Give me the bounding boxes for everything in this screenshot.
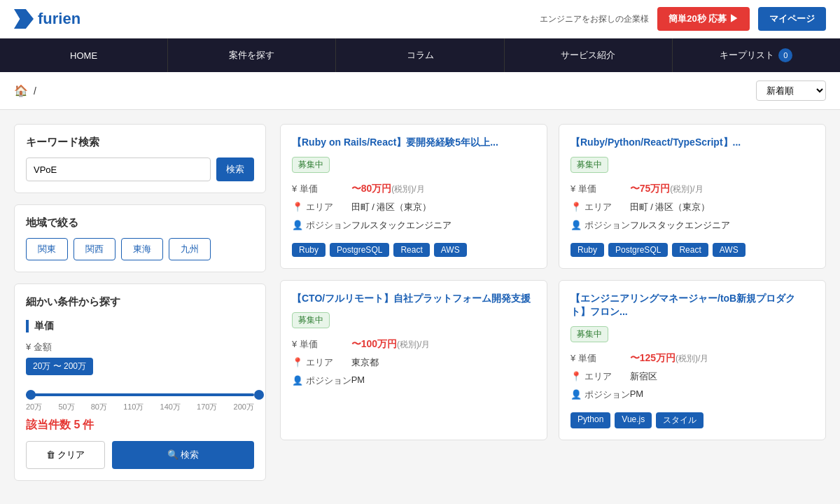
header-right: エンジニアをお探しの企業様 簡単20秒 応募 ▶ マイページ bbox=[540, 7, 826, 31]
nav-keeplist[interactable]: キープリスト 0 bbox=[673, 38, 840, 72]
status-badge: 募集中 bbox=[570, 326, 608, 342]
status-badge: 募集中 bbox=[570, 157, 608, 173]
nav-service[interactable]: サービス紹介 bbox=[505, 38, 673, 72]
result-count-unit: 件 bbox=[83, 419, 94, 430]
slider-fill bbox=[26, 393, 254, 396]
price-label: ¥ 単価 bbox=[570, 349, 630, 368]
tag: Vue.js bbox=[615, 412, 652, 428]
job-details: ¥ 単価 〜100万円(税別)/月 📍 エリア 東京都 👤 ポジション PM bbox=[292, 335, 536, 390]
job-details: ¥ 単価 〜125万円(税別)/月 📍 エリア 新宿区 👤 ポジション PM bbox=[570, 349, 814, 404]
region-section: 地域で絞る 関東 関西 東海 九州 bbox=[14, 204, 266, 272]
sidebar: キーワード検索 検索 地域で絞る 関東 関西 東海 九州 細かい条件から探す 単… bbox=[14, 124, 266, 492]
price-label: ¥ 単価 bbox=[292, 180, 351, 198]
tag: PostgreSQL bbox=[608, 243, 668, 257]
price-badge: 20万 〜 200万 bbox=[26, 358, 93, 375]
area-value: 田町 / 港区（東京） bbox=[630, 198, 814, 216]
tag: AWS bbox=[713, 243, 746, 257]
keyword-search-row: 検索 bbox=[26, 158, 254, 181]
nav-column[interactable]: コラム bbox=[336, 38, 504, 72]
price-value: 〜100万円(税別)/月 bbox=[351, 335, 536, 354]
job-card-job4[interactable]: 【エンジニアリングマネージャー/toB新規プロダクト】フロン... 募集中 ¥ … bbox=[559, 280, 826, 440]
area-value: 新宿区 bbox=[630, 368, 814, 386]
price-value: 〜125万円(税別)/月 bbox=[630, 349, 814, 368]
region-tokai[interactable]: 東海 bbox=[121, 238, 163, 260]
job-details: ¥ 単価 〜80万円(税別)/月 📍 エリア 田町 / 港区（東京） 👤 ポジシ… bbox=[292, 180, 536, 234]
job-details: ¥ 単価 〜75万円(税別)/月 📍 エリア 田町 / 港区（東京） 👤 ポジシ… bbox=[570, 180, 814, 234]
slider-thumb-right[interactable] bbox=[254, 390, 264, 400]
home-icon[interactable]: 🏠 bbox=[14, 84, 28, 97]
tag: PostgreSQL bbox=[330, 243, 389, 257]
tag: Python bbox=[570, 412, 610, 428]
area-label: 📍 エリア bbox=[292, 198, 351, 216]
search-main-button[interactable]: 🔍 検索 bbox=[112, 441, 254, 469]
tag: Ruby bbox=[570, 243, 604, 257]
tag: React bbox=[393, 243, 429, 257]
logo-text: furien bbox=[38, 10, 80, 28]
position-label: 👤 ポジション bbox=[292, 216, 351, 234]
sort-select[interactable]: 新着順 単価順 人気順 bbox=[756, 80, 826, 101]
region-kanto[interactable]: 関東 bbox=[26, 238, 68, 260]
logo[interactable]: furien bbox=[14, 9, 80, 29]
job-title: 【Ruby/Python/React/TypeScript】... bbox=[570, 136, 814, 150]
tag: AWS bbox=[434, 243, 467, 257]
result-count-number: 5 bbox=[74, 419, 80, 430]
tags: RubyPostgreSQLReactAWS bbox=[570, 243, 814, 257]
main-nav: HOME 案件を探す コラム サービス紹介 キープリスト 0 bbox=[0, 38, 840, 72]
keyword-section-title: キーワード検索 bbox=[26, 136, 254, 149]
position-value: PM bbox=[630, 386, 814, 404]
job-card-job2[interactable]: 【Ruby/Python/React/TypeScript】... 募集中 ¥ … bbox=[559, 124, 826, 269]
job-card-job3[interactable]: 【CTO/フルリモート】自社プラットフォーム開発支援 募集中 ¥ 単価 〜100… bbox=[280, 280, 547, 440]
keyword-search-button[interactable]: 検索 bbox=[216, 158, 254, 181]
slider-track bbox=[26, 393, 254, 396]
clear-button[interactable]: 🗑 クリア bbox=[26, 441, 105, 469]
breadcrumb-bar: 🏠 / 新着順 単価順 人気順 bbox=[0, 72, 840, 110]
advanced-section-title: 細かい条件から探す bbox=[26, 295, 254, 309]
result-count: 該当件数 5 件 bbox=[26, 418, 254, 433]
result-count-label: 該当件数 bbox=[26, 419, 74, 430]
area-label: 📍 エリア bbox=[570, 198, 630, 216]
job-title: 【エンジニアリングマネージャー/toB新規プロダクト】フロン... bbox=[570, 292, 814, 319]
price-label: ¥ 単価 bbox=[570, 180, 630, 198]
tags: RubyPostgreSQLReactAWS bbox=[292, 243, 536, 257]
keyword-input[interactable] bbox=[26, 158, 211, 181]
slider-thumb-left[interactable] bbox=[26, 390, 36, 400]
slider-labels: 20万 50万 80万 110万 140万 170万 200万 bbox=[26, 402, 254, 412]
area-value: 田町 / 港区（東京） bbox=[351, 198, 536, 216]
tag: スタイル bbox=[656, 412, 704, 428]
position-value: フルスタックエンジニア bbox=[351, 216, 536, 234]
tags: PythonVue.jsスタイル bbox=[570, 412, 814, 428]
nav-home[interactable]: HOME bbox=[0, 38, 168, 72]
region-buttons: 関東 関西 東海 九州 bbox=[26, 238, 254, 260]
area-label: 📍 エリア bbox=[292, 354, 351, 372]
price-filter-label: 単価 bbox=[26, 320, 254, 332]
price-label: ¥ 単価 bbox=[292, 335, 351, 354]
tag: Ruby bbox=[292, 243, 326, 257]
mypage-button[interactable]: マイページ bbox=[758, 7, 826, 31]
main-content: キーワード検索 検索 地域で絞る 関東 関西 東海 九州 細かい条件から探す 単… bbox=[0, 110, 840, 504]
action-buttons: 🗑 クリア 🔍 検索 bbox=[26, 441, 254, 469]
logo-icon bbox=[14, 9, 34, 29]
region-kyushu[interactable]: 九州 bbox=[169, 238, 211, 260]
price-amount-label: ¥ 金額 bbox=[26, 341, 254, 354]
position-label: 👤 ポジション bbox=[570, 386, 630, 404]
tag: React bbox=[672, 243, 708, 257]
job-title: 【Ruby on Rails/React】要開発経験5年以上... bbox=[292, 136, 536, 150]
price-slider[interactable]: 20万 50万 80万 110万 140万 170万 200万 bbox=[26, 393, 254, 412]
breadcrumb-separator: / bbox=[34, 85, 36, 97]
jobs-grid: 【Ruby on Rails/React】要開発経験5年以上... 募集中 ¥ … bbox=[280, 124, 826, 492]
position-value: フルスタックエンジニア bbox=[630, 216, 814, 234]
position-label: 👤 ポジション bbox=[292, 372, 351, 390]
status-badge: 募集中 bbox=[292, 312, 330, 328]
apply-button[interactable]: 簡単20秒 応募 ▶ bbox=[657, 7, 750, 31]
area-value: 東京都 bbox=[351, 354, 536, 372]
nav-find-jobs[interactable]: 案件を探す bbox=[168, 38, 336, 72]
keeplist-badge: 0 bbox=[778, 48, 792, 62]
job-title: 【CTO/フルリモート】自社プラットフォーム開発支援 bbox=[292, 292, 536, 306]
position-label: 👤 ポジション bbox=[570, 216, 630, 234]
region-kansai[interactable]: 関西 bbox=[74, 238, 115, 260]
price-value: 〜80万円(税別)/月 bbox=[351, 180, 536, 198]
area-label: 📍 エリア bbox=[570, 368, 630, 386]
company-text: エンジニアをお探しの企業様 bbox=[540, 13, 649, 25]
keyword-section: キーワード検索 検索 bbox=[14, 124, 266, 193]
job-card-job1[interactable]: 【Ruby on Rails/React】要開発経験5年以上... 募集中 ¥ … bbox=[280, 124, 547, 269]
